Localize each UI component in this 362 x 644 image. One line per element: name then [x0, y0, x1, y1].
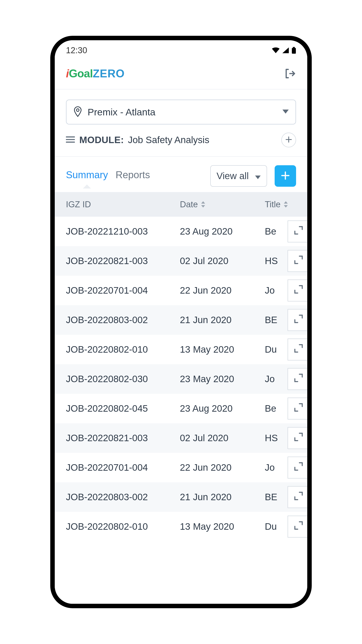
cell-date: 23 Aug 2020 — [180, 226, 265, 237]
table-body: JOB-20221210-00323 Aug 2020BeJOB-2022082… — [55, 217, 307, 541]
expand-icon — [294, 255, 304, 267]
view-all-label: View all — [217, 170, 249, 181]
view-all-select[interactable]: View all — [210, 165, 267, 187]
wifi-icon — [272, 48, 280, 53]
cell-date: 13 May 2020 — [180, 344, 265, 355]
table-row[interactable]: JOB-20220802-03023 May 2020Jo — [55, 364, 307, 394]
expand-row-button[interactable] — [288, 250, 307, 272]
cell-id: JOB-20220802-030 — [66, 374, 180, 384]
expand-row-button[interactable] — [288, 456, 307, 478]
expand-icon — [294, 373, 304, 385]
location-pin-icon — [73, 106, 82, 118]
logout-icon — [284, 67, 296, 80]
expand-icon — [294, 491, 304, 503]
location-label: Premix - Atlanta — [88, 107, 277, 118]
table-row[interactable]: JOB-20220821-00302 Jul 2020HS — [55, 246, 307, 276]
cell-id: JOB-20220802-010 — [66, 521, 180, 532]
table-row[interactable]: JOB-20220802-01013 May 2020Du — [55, 512, 307, 541]
cell-id: JOB-20220701-004 — [66, 285, 180, 296]
tabs-row: Summary Reports View all — [55, 157, 307, 192]
module-row: MODULE: Job Safety Analysis — [55, 124, 307, 157]
location-section: Premix - Atlanta — [55, 90, 307, 124]
cell-id: JOB-20220701-004 — [66, 462, 180, 473]
app-header: iGoalZERO — [55, 60, 307, 90]
cell-date: 23 Aug 2020 — [180, 403, 265, 414]
cell-date: 02 Jul 2020 — [180, 433, 265, 444]
expand-row-button[interactable] — [288, 516, 307, 538]
cell-id: JOB-20221210-003 — [66, 226, 180, 237]
svg-point-2 — [76, 109, 79, 112]
cell-date: 02 Jul 2020 — [180, 256, 265, 266]
chevron-down-icon — [255, 170, 261, 181]
location-select[interactable]: Premix - Atlanta — [66, 100, 296, 124]
expand-row-button[interactable] — [288, 280, 307, 302]
cell-date: 22 Jun 2020 — [180, 462, 265, 473]
add-record-button[interactable] — [275, 165, 296, 187]
expand-icon — [294, 432, 304, 444]
table-row[interactable]: JOB-20220802-04523 Aug 2020Be — [55, 394, 307, 423]
expand-icon — [294, 284, 304, 296]
screen: 12:30 iGoalZERO — [55, 40, 307, 604]
expand-icon — [294, 402, 304, 414]
logo-i: i — [66, 67, 69, 80]
col-header-date-label: Date — [180, 200, 198, 209]
sort-icon — [283, 201, 289, 208]
cell-date: 23 May 2020 — [180, 374, 265, 384]
expand-icon — [294, 226, 304, 238]
expand-row-button[interactable] — [288, 427, 307, 449]
cell-date: 21 Jun 2020 — [180, 314, 265, 325]
tab-summary[interactable]: Summary — [66, 169, 108, 188]
cell-date: 21 Jun 2020 — [180, 492, 265, 502]
logo-zero: ZERO — [93, 67, 125, 80]
battery-icon — [292, 47, 296, 54]
plus-icon — [281, 171, 290, 181]
chevron-down-icon — [283, 110, 289, 114]
expand-row-button[interactable] — [288, 338, 307, 360]
phone-frame: 12:30 iGoalZERO — [50, 36, 312, 608]
svg-rect-0 — [293, 47, 295, 48]
col-header-date[interactable]: Date — [180, 200, 265, 209]
status-bar: 12:30 — [55, 40, 307, 60]
table-row[interactable]: JOB-20220701-00422 Jun 2020Jo — [55, 276, 307, 305]
table-row[interactable]: JOB-20220821-00302 Jul 2020HS — [55, 423, 307, 453]
expand-row-button[interactable] — [288, 309, 307, 331]
table-header: IGZ ID Date Title — [55, 192, 307, 217]
expand-icon — [294, 462, 304, 474]
svg-rect-1 — [292, 48, 296, 54]
menu-icon[interactable] — [66, 136, 75, 144]
table-row[interactable]: JOB-20220803-00221 Jun 2020BE — [55, 305, 307, 335]
module-name: Job Safety Analysis — [128, 134, 209, 145]
plus-icon — [285, 136, 292, 144]
expand-icon — [294, 314, 304, 326]
tab-reports[interactable]: Reports — [115, 169, 150, 188]
cell-date: 13 May 2020 — [180, 521, 265, 532]
logout-button[interactable] — [284, 67, 296, 80]
logo-goal: Goal — [69, 67, 93, 80]
cell-id: JOB-20220802-010 — [66, 344, 180, 355]
expand-row-button[interactable] — [288, 398, 307, 420]
col-header-title[interactable]: Title — [265, 200, 307, 209]
col-header-id[interactable]: IGZ ID — [66, 200, 180, 209]
cell-id: JOB-20220803-002 — [66, 314, 180, 325]
cell-date: 22 Jun 2020 — [180, 285, 265, 296]
expand-row-button[interactable] — [288, 486, 307, 508]
add-module-button[interactable] — [281, 132, 296, 147]
cell-id: JOB-20220803-002 — [66, 492, 180, 502]
status-time: 12:30 — [66, 46, 87, 55]
expand-icon — [294, 520, 304, 533]
table-row[interactable]: JOB-20221210-00323 Aug 2020Be — [55, 217, 307, 246]
expand-row-button[interactable] — [288, 220, 307, 242]
expand-row-button[interactable] — [288, 368, 307, 390]
status-icons — [272, 47, 296, 54]
table-row[interactable]: JOB-20220802-01013 May 2020Du — [55, 335, 307, 364]
cell-id: JOB-20220821-003 — [66, 256, 180, 266]
table-row[interactable]: JOB-20220803-00221 Jun 2020BE — [55, 482, 307, 512]
signal-icon — [282, 48, 289, 53]
cell-id: JOB-20220821-003 — [66, 433, 180, 444]
sort-icon — [200, 201, 206, 208]
col-header-title-label: Title — [265, 200, 281, 209]
table-row[interactable]: JOB-20220701-00422 Jun 2020Jo — [55, 453, 307, 482]
expand-icon — [294, 344, 304, 356]
module-prefix: MODULE: — [79, 134, 124, 145]
module-text: MODULE: Job Safety Analysis — [79, 134, 277, 145]
